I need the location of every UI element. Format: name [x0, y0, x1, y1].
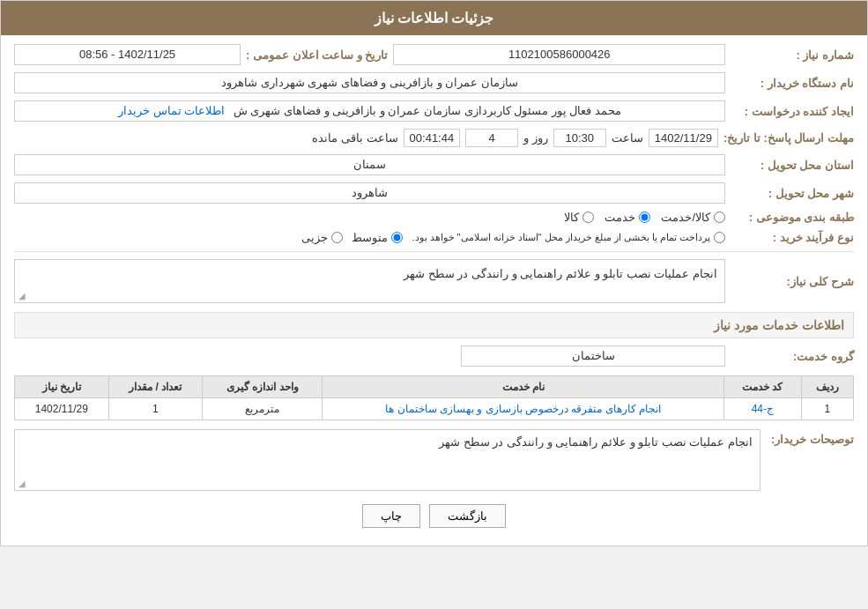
page-header: جزئیات اطلاعات نیاز	[1, 1, 867, 35]
remaining-time: 00:41:44	[404, 129, 461, 147]
days-label: روز و	[523, 131, 548, 145]
purchase-radio-kollan[interactable]	[714, 232, 725, 243]
table-header-row: ردیف کد خدمت نام خدمت واحد اندازه گیری ت…	[15, 376, 854, 398]
city-row: شهر محل تحویل : شاهرود	[14, 182, 854, 204]
purchase-type-options: پرداخت تمام یا بخشی از مبلغ خریداز محل "…	[301, 231, 725, 244]
category-label-khadamat: خدمت	[605, 211, 635, 224]
city-value: شاهرود	[14, 182, 725, 204]
col-unit: واحد اندازه گیری	[203, 376, 323, 398]
purchase-type-label: نوع فرآیند خرید :	[731, 231, 854, 244]
category-option-kala_khadamat[interactable]: کالا/خدمت	[661, 211, 725, 224]
province-row: استان محل تحویل : سمنان	[14, 154, 854, 175]
purchase-label-motovaset: متوسط	[352, 231, 388, 244]
province-value: سمنان	[14, 154, 725, 175]
category-label-kala_khadamat: کالا/خدمت	[661, 211, 710, 224]
city-label: شهر محل تحویل :	[731, 187, 854, 200]
purchase-label-jozvi: جزیی	[301, 231, 328, 244]
buyer-org-value: سازمان عمران و بازافرینی و فضاهای شهری ش…	[14, 72, 725, 93]
col-code: کد خدمت	[724, 376, 802, 398]
deadline-label: مهلت ارسال پاسخ: تا تاریخ:	[723, 131, 854, 145]
need-summary-label: شرح کلی نیاز:	[731, 275, 854, 288]
need-number-value: 1102100586000426	[393, 44, 725, 65]
need-number-row: شماره نیاز : 1102100586000426 تاریخ و سا…	[14, 44, 854, 65]
purchase-option-motovaset[interactable]: متوسط	[352, 231, 403, 244]
deadline-date: 1402/11/29	[649, 129, 718, 147]
creator-text: محمد فعال پور مسئول کاربردازی سازمان عمر…	[234, 104, 621, 117]
province-label: استان محل تحویل :	[731, 159, 854, 172]
buyer-desc-row: توصیحات خریدار: انجام عملیات نصب تابلو و…	[14, 429, 854, 491]
purchase-option-jozvi[interactable]: جزیی	[301, 231, 343, 244]
category-row: طبقه بندی موضوعی : کالا/خدمت خدمت کالا	[14, 211, 854, 224]
creator-row: ایجاد کننده درخواست : محمد فعال پور مسئو…	[14, 100, 854, 122]
need-summary-box: انجام عملیات نصب تابلو و علائم راهنمایی …	[14, 259, 725, 303]
table-row: 1ج-44انجام کارهای متفرقه درخصوص بازسازی …	[15, 398, 854, 420]
purchase-option-kollan[interactable]: پرداخت تمام یا بخشی از مبلغ خریداز محل "…	[412, 232, 725, 243]
need-number-label: شماره نیاز :	[731, 48, 854, 62]
service-group-value: ساختمان	[461, 345, 725, 367]
need-summary-row: شرح کلی نیاز: انجام عملیات نصب تابلو و ع…	[14, 259, 854, 303]
buyer-desc-value: انجام عملیات نصب تابلو و علائم راهنمایی …	[439, 435, 753, 449]
creator-contact-link[interactable]: اطلاعات تماس خریدار	[118, 104, 225, 117]
services-section-header: اطلاعات خدمات مورد نیاز	[14, 312, 854, 338]
need-summary-value: انجام عملیات نصب تابلو و علائم راهنمایی …	[404, 267, 717, 280]
page-title: جزئیات اطلاعات نیاز	[375, 11, 494, 26]
purchase-radio-jozvi[interactable]	[331, 232, 343, 243]
purchase-type-row: نوع فرآیند خرید : پرداخت تمام یا بخشی از…	[14, 231, 854, 244]
content-area: شماره نیاز : 1102100586000426 تاریخ و سا…	[1, 35, 867, 546]
col-name: نام خدمت	[323, 376, 724, 398]
buyer-org-row: نام دستگاه خریدار : سازمان عمران و بازاف…	[14, 72, 854, 93]
resize-handle-summary[interactable]: ◢	[19, 291, 26, 301]
deadline-time: 10:30	[553, 129, 606, 147]
resize-handle-desc[interactable]: ◢	[19, 479, 26, 488]
category-radio-kala_khadamat[interactable]	[714, 212, 725, 223]
category-label: طبقه بندی موضوعی :	[731, 211, 854, 224]
announce-date-value: 1402/11/25 - 08:56	[14, 44, 241, 65]
back-button[interactable]: بازگشت	[429, 504, 506, 528]
service-group-label: گروه خدمت:	[731, 350, 854, 363]
service-group-row: گروه خدمت: ساختمان	[14, 345, 854, 367]
announce-date-label: تاریخ و ساعت اعلان عمومی :	[246, 48, 388, 62]
category-radio-kala[interactable]	[582, 212, 594, 223]
category-radio-khadamat[interactable]	[639, 212, 650, 223]
buttons-row: بازگشت چاپ	[14, 504, 854, 528]
main-container: جزئیات اطلاعات نیاز شماره نیاز : 1102100…	[0, 0, 868, 546]
creator-label: ایجاد کننده درخواست :	[731, 105, 854, 118]
buyer-desc-box: انجام عملیات نصب تابلو و علائم راهنمایی …	[14, 429, 760, 491]
deadline-row: مهلت ارسال پاسخ: تا تاریخ: 1402/11/29 سا…	[14, 129, 854, 147]
creator-value: محمد فعال پور مسئول کاربردازی سازمان عمر…	[14, 100, 725, 122]
category-option-khadamat[interactable]: خدمت	[605, 211, 650, 224]
services-table: ردیف کد خدمت نام خدمت واحد اندازه گیری ت…	[14, 375, 854, 420]
buyer-desc-label: توصیحات خریدار:	[766, 429, 854, 446]
deadline-time-label: ساعت	[612, 131, 643, 145]
col-date: تاریخ نیاز	[15, 376, 109, 398]
purchase-label-kollan: پرداخت تمام یا بخشی از مبلغ خریداز محل "…	[412, 232, 710, 243]
category-label-kala: کالا	[564, 211, 579, 224]
remaining-label: ساعت باقی مانده	[312, 131, 397, 145]
col-qty: تعداد / مقدار	[108, 376, 202, 398]
purchase-radio-motovaset[interactable]	[391, 232, 403, 243]
divider1	[14, 251, 854, 252]
col-row: ردیف	[801, 376, 853, 398]
category-radio-group: کالا/خدمت خدمت کالا	[564, 211, 725, 224]
buyer-org-label: نام دستگاه خریدار :	[731, 77, 854, 90]
days-value: 4	[465, 129, 518, 147]
print-button[interactable]: چاپ	[362, 504, 420, 528]
category-option-kala[interactable]: کالا	[564, 211, 594, 224]
services-table-section: ردیف کد خدمت نام خدمت واحد اندازه گیری ت…	[14, 375, 854, 420]
